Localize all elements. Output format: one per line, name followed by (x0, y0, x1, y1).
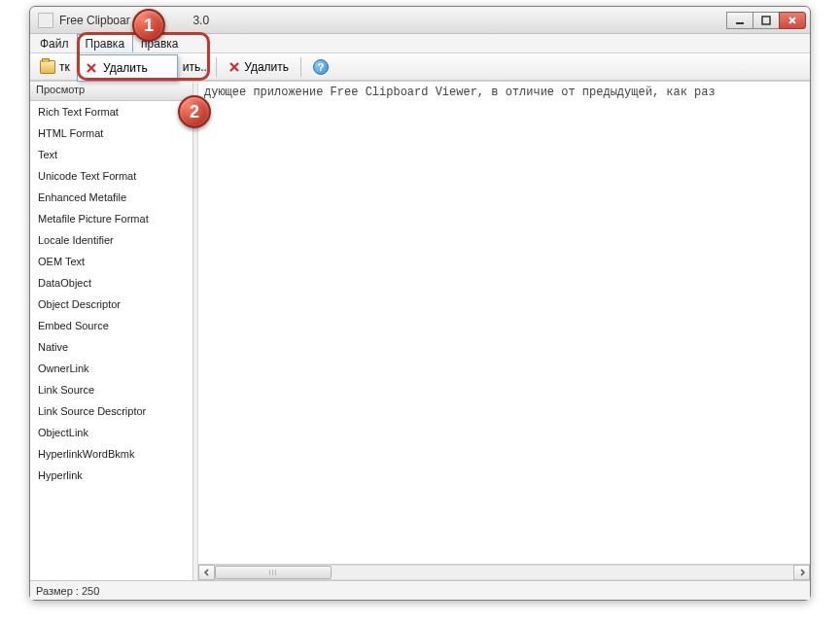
list-item[interactable]: OwnerLink (30, 358, 192, 379)
statusbar: Размер : 250 (30, 580, 810, 600)
horizontal-scrollbar[interactable] (198, 564, 810, 580)
app-window: Free Clipboar 3.0 Файл Правка правка тк … (29, 6, 811, 601)
menubar: Файл Правка правка (30, 34, 810, 53)
edit-menu-dropdown: Удалить (77, 54, 178, 82)
scroll-left-button[interactable] (198, 565, 215, 580)
menu-help[interactable]: правка (133, 34, 186, 52)
list-item[interactable]: HTML Format (30, 122, 192, 144)
help-icon: ? (313, 59, 329, 75)
delete-label: Удалить (244, 60, 289, 74)
chevron-left-icon (203, 569, 211, 576)
toolbar-separator (300, 57, 301, 77)
close-button[interactable] (779, 12, 806, 29)
window-title: Free Clipboar 3.0 (57, 14, 727, 27)
sidebar: Просмотр Rich Text Format HTML Format Te… (30, 82, 193, 580)
list-item[interactable]: Link Source Descriptor (30, 400, 192, 422)
svg-rect-1 (762, 17, 770, 24)
scroll-track[interactable] (215, 565, 793, 580)
format-list[interactable]: Rich Text Format HTML Format Text Unicod… (30, 101, 192, 580)
menu-edit[interactable]: Правка (77, 34, 134, 52)
chevron-right-icon (798, 569, 806, 576)
menu-file[interactable]: Файл (32, 34, 77, 52)
menu-delete[interactable]: Удалить (80, 57, 175, 79)
delete-icon (228, 61, 240, 73)
status-size: Размер : 250 (36, 585, 99, 597)
app-icon (38, 13, 53, 28)
list-item[interactable]: ObjectLink (30, 422, 192, 443)
close-icon (788, 16, 797, 25)
list-item[interactable]: Locale Identifier (30, 229, 192, 251)
list-item[interactable]: Object Descriptor (30, 294, 192, 315)
help-button[interactable]: ? (307, 57, 334, 77)
save-label-fragment: ить... (183, 60, 210, 74)
open-label-fragment: тк (59, 60, 70, 74)
list-item[interactable]: Rich Text Format (30, 101, 192, 122)
list-item[interactable]: Link Source (30, 379, 192, 400)
folder-icon (40, 60, 55, 74)
svg-rect-0 (736, 22, 744, 24)
content-area: Просмотр Rich Text Format HTML Format Te… (30, 81, 810, 580)
main-panel: дующее приложение Free Clipboard Viewer,… (198, 82, 810, 580)
list-item[interactable]: DataObject (30, 272, 192, 294)
toolbar-separator (216, 57, 217, 77)
open-button[interactable]: тк (34, 58, 76, 76)
list-item[interactable]: Hyperlink (30, 465, 192, 486)
scroll-right-button[interactable] (793, 565, 810, 580)
delete-button[interactable]: Удалить (223, 58, 295, 76)
sidebar-header: Просмотр (30, 82, 192, 101)
list-item[interactable]: Text (30, 144, 192, 165)
list-item[interactable]: Unicode Text Format (30, 165, 192, 187)
minimize-icon (735, 16, 745, 25)
maximize-icon (761, 16, 771, 25)
maximize-button[interactable] (752, 12, 780, 29)
list-item[interactable]: HyperlinkWordBkmk (30, 443, 192, 465)
delete-icon (86, 62, 97, 74)
scroll-thumb[interactable] (215, 566, 332, 579)
list-item[interactable]: Embed Source (30, 315, 192, 336)
list-item[interactable]: Enhanced Metafile (30, 187, 192, 208)
list-item[interactable]: Metafile Picture Format (30, 208, 192, 229)
document-view[interactable]: дующее приложение Free Clipboard Viewer,… (198, 82, 810, 564)
list-item[interactable]: OEM Text (30, 251, 192, 272)
menu-delete-label: Удалить (103, 61, 148, 75)
minimize-button[interactable] (726, 12, 753, 29)
list-item[interactable]: Native (30, 336, 192, 358)
titlebar[interactable]: Free Clipboar 3.0 (30, 7, 810, 34)
